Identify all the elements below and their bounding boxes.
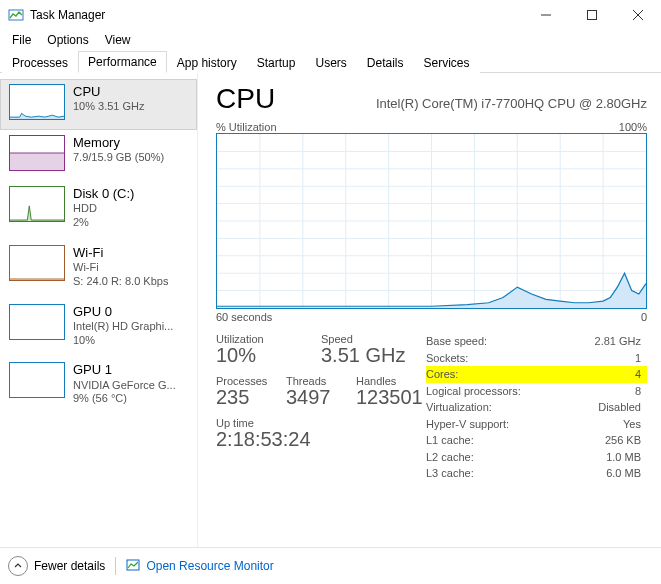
tab-processes[interactable]: Processes <box>2 52 78 73</box>
sidebar-item-cpu[interactable]: CPU 10% 3.51 GHz <box>0 79 197 130</box>
page-title: CPU <box>216 83 293 115</box>
tab-services[interactable]: Services <box>414 52 480 73</box>
menu-file[interactable]: File <box>4 31 39 49</box>
virt-value: Disabled <box>598 399 641 416</box>
separator <box>115 557 116 575</box>
processes-value: 235 <box>216 386 286 409</box>
logical-key: Logical processors: <box>426 383 521 400</box>
sidebar-item-sub: 10% 3.51 GHz <box>73 100 145 114</box>
cpu-thumb-icon <box>9 84 65 120</box>
stats-left: Utilization 10% Speed 3.51 GHz Processes… <box>216 333 426 482</box>
logical-value: 8 <box>635 383 641 400</box>
threads-value: 3497 <box>286 386 356 409</box>
sidebar-item-label: GPU 0 <box>73 304 173 320</box>
l1-key: L1 cache: <box>426 432 474 449</box>
base-speed-value: 2.81 GHz <box>595 333 641 350</box>
sockets-key: Sockets: <box>426 350 468 367</box>
l3-value: 6.0 MB <box>606 465 641 482</box>
speed-value: 3.51 GHz <box>321 344 426 367</box>
header: CPU Intel(R) Core(TM) i7-7700HQ CPU @ 2.… <box>216 83 647 115</box>
fewer-details-label: Fewer details <box>34 559 105 573</box>
sidebar: CPU 10% 3.51 GHz Memory 7.9/15.9 GB (50%… <box>0 73 198 547</box>
svg-rect-2 <box>588 11 597 20</box>
task-manager-window: Task Manager File Options View Processes… <box>0 0 661 584</box>
x-axis-left: 60 seconds <box>216 311 272 323</box>
sidebar-item-label: CPU <box>73 84 145 100</box>
main-panel: CPU Intel(R) Core(TM) i7-7700HQ CPU @ 2.… <box>198 73 661 547</box>
footer: Fewer details Open Resource Monitor <box>0 547 661 584</box>
memory-thumb-icon <box>9 135 65 171</box>
tab-app-history[interactable]: App history <box>167 52 247 73</box>
sidebar-item-sub: 7.9/15.9 GB (50%) <box>73 151 164 165</box>
y-axis-label: % Utilization <box>216 121 277 133</box>
cores-key: Cores: <box>426 366 458 383</box>
l2-value: 1.0 MB <box>606 449 641 466</box>
resource-monitor-icon <box>126 558 140 575</box>
open-resource-monitor-link[interactable]: Open Resource Monitor <box>126 558 273 575</box>
l2-key: L2 cache: <box>426 449 474 466</box>
gpu0-thumb-icon <box>9 304 65 340</box>
virt-key: Virtualization: <box>426 399 492 416</box>
sockets-value: 1 <box>635 350 641 367</box>
sidebar-item-sub: Wi-Fi <box>73 261 168 275</box>
chevron-up-icon <box>8 556 28 576</box>
y-axis-max: 100% <box>619 121 647 133</box>
hyperv-key: Hyper-V support: <box>426 416 509 433</box>
sidebar-item-wifi[interactable]: Wi-Fi Wi-Fi S: 24.0 R: 8.0 Kbps <box>0 240 197 299</box>
titlebar: Task Manager <box>0 0 661 30</box>
uptime-value: 2:18:53:24 <box>216 428 426 451</box>
chart-top-labels: % Utilization 100% <box>216 121 647 133</box>
utilization-value: 10% <box>216 344 321 367</box>
hyperv-value: Yes <box>623 416 641 433</box>
svg-rect-5 <box>10 153 64 170</box>
cores-row-highlight: Cores:4 <box>426 366 647 383</box>
stats: Utilization 10% Speed 3.51 GHz Processes… <box>216 333 647 482</box>
x-axis-right: 0 <box>641 311 647 323</box>
sidebar-item-sub2: 2% <box>73 216 134 230</box>
sidebar-item-gpu1[interactable]: GPU 1 NVIDIA GeForce G... 9% (56 °C) <box>0 357 197 416</box>
chart-bottom-labels: 60 seconds 0 <box>216 311 647 323</box>
tab-users[interactable]: Users <box>305 52 356 73</box>
gpu1-thumb-icon <box>9 362 65 398</box>
l3-key: L3 cache: <box>426 465 474 482</box>
cpu-utilization-chart[interactable] <box>216 133 647 309</box>
app-icon <box>8 7 24 23</box>
sidebar-item-memory[interactable]: Memory 7.9/15.9 GB (50%) <box>0 130 197 181</box>
handles-value: 123501 <box>356 386 426 409</box>
menubar: File Options View <box>0 30 661 50</box>
sidebar-item-label: Disk 0 (C:) <box>73 186 134 202</box>
disk-thumb-icon <box>9 186 65 222</box>
maximize-button[interactable] <box>569 0 615 30</box>
body: CPU 10% 3.51 GHz Memory 7.9/15.9 GB (50%… <box>0 73 661 547</box>
sidebar-item-label: Wi-Fi <box>73 245 168 261</box>
cpu-model: Intel(R) Core(TM) i7-7700HQ CPU @ 2.80GH… <box>293 96 647 111</box>
l1-value: 256 KB <box>605 432 641 449</box>
sidebar-item-sub2: 10% <box>73 334 173 348</box>
tab-startup[interactable]: Startup <box>247 52 306 73</box>
menu-view[interactable]: View <box>97 31 139 49</box>
sidebar-item-sub: NVIDIA GeForce G... <box>73 379 176 393</box>
minimize-button[interactable] <box>523 0 569 30</box>
sidebar-item-gpu0[interactable]: GPU 0 Intel(R) HD Graphi... 10% <box>0 299 197 358</box>
sidebar-item-sub2: S: 24.0 R: 8.0 Kbps <box>73 275 168 289</box>
cores-value: 4 <box>635 366 641 383</box>
tab-details[interactable]: Details <box>357 52 414 73</box>
wifi-thumb-icon <box>9 245 65 281</box>
fewer-details-button[interactable]: Fewer details <box>8 556 105 576</box>
resource-monitor-label: Open Resource Monitor <box>146 559 273 573</box>
menu-options[interactable]: Options <box>39 31 96 49</box>
window-controls <box>523 0 661 30</box>
stats-right: Base speed:2.81 GHz Sockets:1 Cores:4 Lo… <box>426 333 647 482</box>
tabstrip: Processes Performance App history Startu… <box>0 50 661 73</box>
close-button[interactable] <box>615 0 661 30</box>
base-speed-key: Base speed: <box>426 333 487 350</box>
sidebar-item-label: Memory <box>73 135 164 151</box>
tab-performance[interactable]: Performance <box>78 51 167 73</box>
window-title: Task Manager <box>30 8 523 22</box>
sidebar-item-label: GPU 1 <box>73 362 176 378</box>
sidebar-item-sub: HDD <box>73 202 134 216</box>
sidebar-item-sub: Intel(R) HD Graphi... <box>73 320 173 334</box>
sidebar-item-sub2: 9% (56 °C) <box>73 392 176 406</box>
sidebar-item-disk[interactable]: Disk 0 (C:) HDD 2% <box>0 181 197 240</box>
